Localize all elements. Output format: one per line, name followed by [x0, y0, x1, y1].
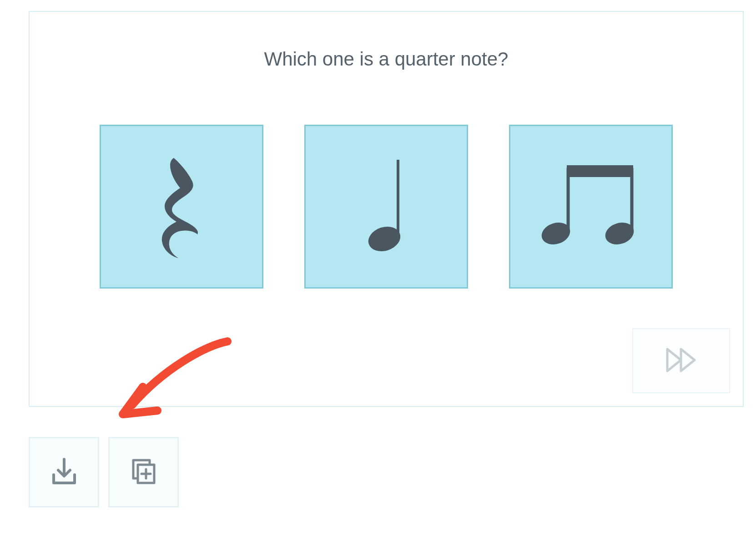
- svg-rect-2: [567, 165, 633, 177]
- quiz-panel: Which one is a quarter note?: [29, 11, 744, 407]
- quiz-options: [80, 125, 693, 289]
- quiz-question: Which one is a quarter note?: [80, 48, 693, 70]
- option-quarter-note[interactable]: [304, 125, 468, 289]
- svg-marker-8: [681, 349, 695, 371]
- option-beamed-eighth-notes[interactable]: [509, 125, 673, 289]
- quarter-note-icon: [354, 154, 418, 259]
- beamed-eighth-notes-icon: [539, 159, 643, 254]
- duplicate-button[interactable]: [108, 437, 179, 508]
- duplicate-add-icon: [128, 456, 160, 489]
- download-button[interactable]: [29, 437, 99, 508]
- action-buttons: [29, 437, 179, 508]
- option-quarter-rest[interactable]: [100, 125, 263, 289]
- fast-forward-icon: [665, 347, 697, 375]
- download-icon: [48, 456, 80, 489]
- skip-button[interactable]: [632, 328, 730, 393]
- quarter-rest-icon: [152, 154, 211, 259]
- svg-marker-7: [667, 349, 681, 371]
